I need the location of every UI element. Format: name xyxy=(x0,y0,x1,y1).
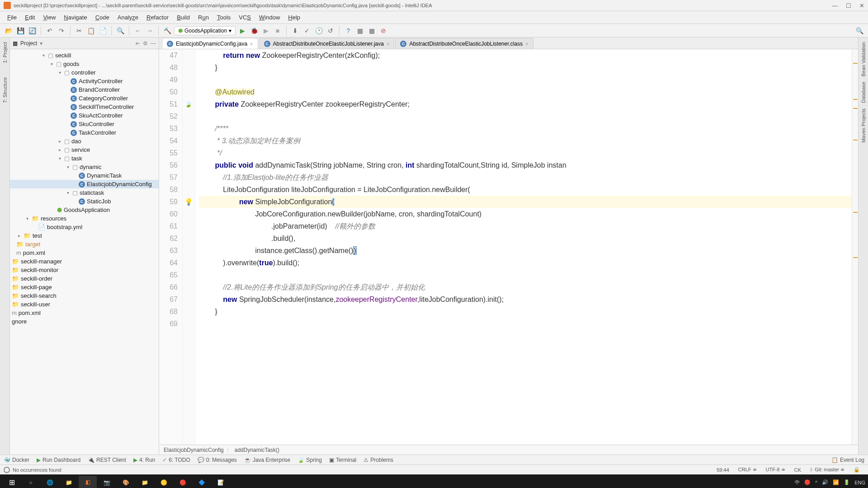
taskbar-app3[interactable]: 📁 xyxy=(136,476,154,488)
close-icon[interactable]: × xyxy=(387,41,389,47)
right-tab-maven[interactable]: Maven Projects xyxy=(860,106,867,145)
bt-rest[interactable]: 🔌REST Client xyxy=(88,457,126,463)
stop-icon[interactable]: ■ xyxy=(273,26,283,36)
menu-build[interactable]: Build xyxy=(173,12,193,23)
menu-code[interactable]: Code xyxy=(92,12,113,23)
status-encoding[interactable]: UTF-8 ≑ xyxy=(761,467,790,473)
taskbar-intellij[interactable]: ◧ xyxy=(79,476,97,488)
redo-icon[interactable]: ↷ xyxy=(57,26,66,36)
tree-mod-search[interactable]: 📁seckill-search xyxy=(10,291,159,300)
left-tab-structure[interactable]: 7: Structure xyxy=(1,75,9,106)
taskbar-app2[interactable]: 🎨 xyxy=(117,476,135,488)
taskbar-search[interactable]: ○ xyxy=(22,476,40,488)
menu-window[interactable]: Window xyxy=(255,12,283,23)
tree-test[interactable]: ▸📁test xyxy=(10,231,159,240)
bt-messages[interactable]: 💬0: Messages xyxy=(198,457,237,463)
bt-java-ee[interactable]: ☕Java Enterprise xyxy=(244,457,290,463)
menu-analyze[interactable]: Analyze xyxy=(114,12,142,23)
left-tab-project[interactable]: 1: Project xyxy=(1,39,9,66)
vcs-history-icon[interactable]: 🕐 xyxy=(314,26,324,36)
copy-icon[interactable]: 📋 xyxy=(86,26,96,36)
menu-vcs[interactable]: VCS xyxy=(235,12,255,23)
maximize-button[interactable]: ☐ xyxy=(846,2,851,9)
minimize-button[interactable]: — xyxy=(832,2,838,9)
line-gutter[interactable]: 4748495051525354555657585960616263646566… xyxy=(159,49,183,445)
bt-spring[interactable]: 🍃Spring xyxy=(297,457,322,463)
menu-run[interactable]: Run xyxy=(194,12,212,23)
tree-mod-user[interactable]: 📁seckill-user xyxy=(10,300,159,309)
tree-target[interactable]: 📁target xyxy=(10,240,159,249)
tree-class-taskcontroller[interactable]: CTaskController xyxy=(10,128,159,137)
menu-help[interactable]: Help xyxy=(284,12,304,23)
tree-class-skuactcontroller[interactable]: CSkuActController xyxy=(10,111,159,120)
undo-icon[interactable]: ↶ xyxy=(45,26,55,36)
tree-pkg-service[interactable]: ▸▢service xyxy=(10,145,159,154)
menu-edit[interactable]: Edit xyxy=(21,12,38,23)
help-icon[interactable]: ? xyxy=(343,26,353,36)
open-icon[interactable]: 📂 xyxy=(4,26,14,36)
back-icon[interactable]: ← xyxy=(133,26,143,36)
bt-docker[interactable]: 🐳Docker xyxy=(4,457,29,463)
tree-mod-page[interactable]: 📁seckill-page xyxy=(10,283,159,291)
close-button[interactable]: ✕ xyxy=(859,2,864,9)
menu-tools[interactable]: Tools xyxy=(213,12,234,23)
tree-pkg-seckill[interactable]: ▾▢seckill xyxy=(10,51,159,60)
right-tab-bean[interactable]: Bean Validation xyxy=(860,39,867,79)
taskbar-app1[interactable]: 📷 xyxy=(98,476,116,488)
tree-pkg-dao[interactable]: ▸▢dao xyxy=(10,137,159,145)
menu-view[interactable]: View xyxy=(39,12,59,23)
forward-icon[interactable]: → xyxy=(145,26,155,36)
panel-hide-icon[interactable]: — xyxy=(151,40,156,47)
bt-run[interactable]: ▶4: Run xyxy=(133,457,155,463)
error-stripe[interactable] xyxy=(852,49,858,445)
build-icon[interactable]: 🔨 xyxy=(162,26,172,36)
taskbar-app7[interactable]: 📝 xyxy=(212,476,230,488)
tree-gnore[interactable]: gnore xyxy=(10,317,159,326)
search-everywhere-icon[interactable]: 🔍 xyxy=(854,26,864,36)
tree-resources[interactable]: ▾📁resources xyxy=(10,214,159,223)
status-eol[interactable]: CRLF ≑ xyxy=(734,467,761,473)
tree-bootstrap[interactable]: 📄bootstrap.yml xyxy=(10,223,159,231)
cut-icon[interactable]: ✂ xyxy=(74,26,84,36)
run-icon[interactable]: ▶ xyxy=(237,26,247,36)
right-tab-database[interactable]: Database xyxy=(860,79,867,106)
bt-run-dashboard[interactable]: ▶Run Dashboard xyxy=(37,457,80,463)
bt-event-log[interactable]: 📋Event Log xyxy=(831,457,864,463)
no-entry-icon[interactable]: ⊘ xyxy=(378,26,388,36)
tab-abstractlistener-class[interactable]: CAbstractDistributeOnceElasticJobListene… xyxy=(395,38,533,49)
status-position[interactable]: 59:44 xyxy=(712,467,734,473)
status-insert[interactable]: CK xyxy=(790,467,806,473)
bt-problems[interactable]: ⚠Problems xyxy=(363,457,393,463)
code-editor[interactable]: return new ZookeeperRegistryCenter(zkCon… xyxy=(195,49,852,445)
start-button[interactable]: ⊞ xyxy=(3,476,21,488)
taskbar-app5[interactable]: 🔴 xyxy=(174,476,192,488)
taskbar-app4[interactable]: 🟡 xyxy=(155,476,173,488)
tree-class-categorycontroller[interactable]: CCategoryController xyxy=(10,94,159,103)
close-icon[interactable]: × xyxy=(525,41,528,47)
status-git[interactable]: ᚦ Git: master ≑ xyxy=(806,467,849,473)
panel-collapse-icon[interactable]: ⇤ xyxy=(136,40,140,47)
panel-settings-icon[interactable]: ⚙ xyxy=(143,40,148,47)
structure-icon[interactable]: ▦ xyxy=(355,26,365,36)
tree-mod-manager[interactable]: 📁seckill-manager xyxy=(10,257,159,266)
tree-mod-monitor[interactable]: 📁seckill-monitor xyxy=(10,266,159,274)
run-config-selector[interactable]: ⬢ GoodsApplication ▾ xyxy=(174,26,236,35)
refresh-icon[interactable]: 🔄 xyxy=(27,26,37,36)
coverage-icon[interactable]: ▶ xyxy=(261,26,271,36)
tree-class-brandcontroller[interactable]: CBrandController xyxy=(10,85,159,94)
tree-pom[interactable]: mpom.xml xyxy=(10,249,159,257)
save-icon[interactable]: 💾 xyxy=(15,26,25,36)
tree-pkg-controller[interactable]: ▾▢controller xyxy=(10,68,159,77)
tab-abstractlistener-java[interactable]: CAbstractDistributeOnceElasticJobListene… xyxy=(259,38,395,49)
annotation-gutter[interactable]: 🍃💡 xyxy=(183,49,195,445)
bt-todo[interactable]: ✓6: TODO xyxy=(162,457,190,463)
menu-file[interactable]: File xyxy=(4,12,20,23)
project-tree[interactable]: ▾▢seckill ▾▢goods ▾▢controller CActivity… xyxy=(10,49,159,455)
vcs-commit-icon[interactable]: ✓ xyxy=(302,26,312,36)
tree-class-seckilltimecontroller[interactable]: CSeckillTimeController xyxy=(10,103,159,111)
tree-goods-app[interactable]: ⬢GoodsApplication xyxy=(10,206,159,214)
bt-terminal[interactable]: ▣Terminal xyxy=(329,457,356,463)
breadcrumb-method[interactable]: addDynamicTask() xyxy=(235,447,279,453)
db-icon[interactable]: ▦ xyxy=(367,26,377,36)
taskbar-app6[interactable]: 🔷 xyxy=(193,476,211,488)
